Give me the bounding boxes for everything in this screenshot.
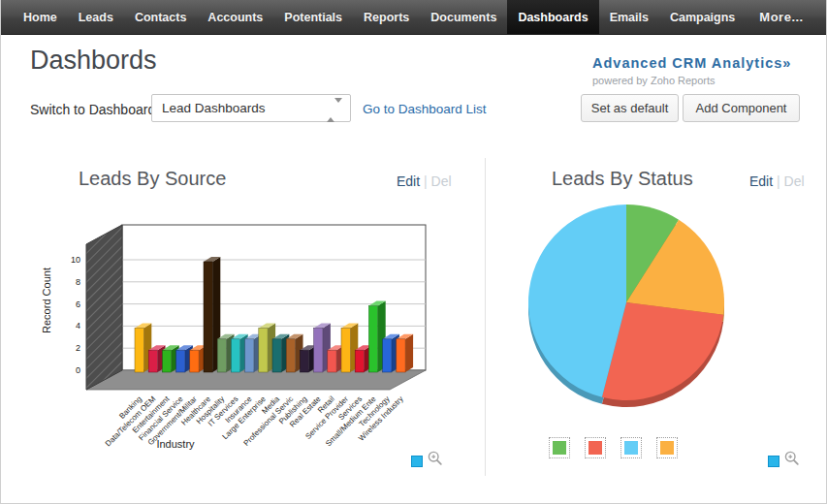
page-title: Dashbords bbox=[30, 46, 157, 76]
y-axis-title: Record Count bbox=[41, 268, 52, 333]
separator: | bbox=[420, 173, 430, 189]
edit-chart-link[interactable]: Edit bbox=[397, 173, 420, 189]
x-axis-title: Industry bbox=[156, 438, 195, 450]
bar bbox=[272, 339, 281, 372]
bar-chart-root: 0246810BankingData/Telecom OEMEntertainm… bbox=[41, 225, 426, 450]
select-stepper-icon bbox=[327, 103, 342, 117]
y-tick-label: 4 bbox=[76, 321, 80, 331]
nav-tab-potentials[interactable]: Potentials bbox=[273, 0, 353, 34]
nav-tab-campaigns[interactable]: Campaigns bbox=[659, 0, 746, 34]
nav-tab-contacts[interactable]: Contacts bbox=[124, 0, 197, 34]
nav-tab-documents[interactable]: Documents bbox=[420, 0, 507, 34]
delete-chart-link[interactable]: Del bbox=[431, 173, 452, 189]
bar bbox=[286, 339, 295, 372]
legend-swatch-color bbox=[660, 441, 674, 455]
analytics-block: Advanced CRM Analytics» powered by Zoho … bbox=[592, 54, 791, 86]
legend-swatch[interactable] bbox=[620, 437, 642, 458]
nav-tab-emails[interactable]: Emails bbox=[599, 0, 659, 34]
chevron-up-icon bbox=[327, 103, 334, 122]
top-nav: HomeLeadsContactsAccountsPotentialsRepor… bbox=[1, 0, 826, 35]
switch-dashboard-label: Switch to Dashboard: bbox=[30, 102, 159, 117]
advanced-crm-analytics-link[interactable]: Advanced CRM Analytics» bbox=[592, 55, 791, 71]
separator: | bbox=[773, 173, 783, 189]
edit-chart-link[interactable]: Edit bbox=[749, 173, 773, 189]
bar bbox=[300, 350, 308, 372]
bar bbox=[190, 350, 199, 372]
leads-by-status-actions: Edit | Del bbox=[749, 173, 805, 189]
powered-by-text: powered by Zoho Reports bbox=[592, 75, 791, 86]
nav-tab-dashboards[interactable]: Dashboards bbox=[507, 0, 598, 34]
zoom-in-icon[interactable] bbox=[783, 450, 801, 467]
delete-chart-link[interactable]: Del bbox=[784, 173, 805, 189]
nav-tab-reports[interactable]: Reports bbox=[353, 0, 420, 34]
plot-left-wall bbox=[86, 225, 122, 390]
bar bbox=[204, 262, 212, 372]
bar bbox=[231, 339, 239, 372]
nav-tab-accounts[interactable]: Accounts bbox=[197, 0, 273, 34]
plot-floor bbox=[86, 370, 426, 390]
dashboard-select-value: Lead Dashboards bbox=[162, 101, 266, 115]
app-window: HomeLeadsContactsAccountsPotentialsRepor… bbox=[0, 0, 827, 504]
y-tick-label: 2 bbox=[76, 343, 80, 353]
pie-chart bbox=[491, 189, 781, 431]
legend-swatch[interactable] bbox=[549, 437, 570, 458]
leads-by-source-actions: Edit | Del bbox=[397, 173, 452, 189]
nav-tab-leads[interactable]: Leads bbox=[68, 0, 124, 34]
legend-swatch-color bbox=[624, 441, 638, 455]
y-tick-label: 10 bbox=[71, 255, 80, 265]
zoom-in-icon[interactable] bbox=[427, 450, 444, 467]
y-tick-label: 6 bbox=[76, 299, 80, 309]
legend-swatch-color bbox=[553, 441, 566, 455]
legend-swatch[interactable] bbox=[585, 437, 606, 458]
bar bbox=[176, 350, 185, 372]
leads-by-status-title: Leads By Status bbox=[552, 168, 693, 190]
bar bbox=[217, 339, 226, 372]
bar bbox=[259, 328, 268, 372]
nav-tab-more[interactable]: More... bbox=[746, 0, 813, 34]
pie-legend bbox=[549, 437, 678, 458]
leads-by-source-title: Leads By Source bbox=[79, 168, 226, 190]
legend-swatch[interactable] bbox=[656, 437, 678, 458]
legend-swatch-color bbox=[588, 441, 602, 455]
bar bbox=[368, 306, 377, 372]
pie-root bbox=[528, 205, 724, 407]
go-to-dashboard-list-link[interactable]: Go to Dashboard List bbox=[363, 102, 487, 116]
chevron-down-icon bbox=[334, 98, 342, 117]
bar bbox=[355, 350, 364, 372]
bar bbox=[328, 350, 336, 372]
panel-divider bbox=[485, 158, 486, 476]
add-component-button[interactable]: Add Component bbox=[683, 94, 800, 122]
bar bbox=[148, 350, 157, 372]
bar bbox=[162, 350, 171, 372]
bar-side bbox=[405, 334, 413, 372]
chart-highlight-square-icon[interactable] bbox=[411, 456, 423, 467]
bar bbox=[314, 328, 323, 372]
nav-tab-home[interactable]: Home bbox=[13, 0, 68, 34]
bar-chart: 0246810BankingData/Telecom OEMEntertainm… bbox=[30, 204, 461, 456]
bar bbox=[397, 339, 405, 372]
y-tick-label: 8 bbox=[76, 277, 80, 287]
set-as-default-button[interactable]: Set as default bbox=[581, 94, 679, 122]
bar bbox=[135, 328, 143, 372]
bar bbox=[245, 339, 254, 372]
bar bbox=[341, 328, 350, 372]
chart-highlight-square-icon[interactable] bbox=[768, 456, 779, 467]
y-tick-label: 0 bbox=[76, 365, 80, 375]
bar bbox=[383, 339, 392, 372]
dashboard-select[interactable]: Lead Dashboards bbox=[151, 94, 351, 122]
